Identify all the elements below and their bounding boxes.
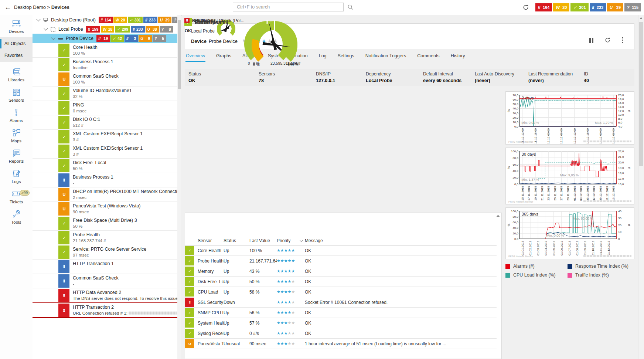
- tree-group-desktop-demo-root-[interactable]: Desktop Demo (Root)!!164W20✓301II233U39?…: [33, 15, 177, 24]
- tree-sensor-item[interactable]: ✓ Volume IO HarddiskVolume1 32 %: [33, 87, 177, 101]
- status-badge[interactable]: U39: [607, 3, 623, 11]
- chevron-down-icon[interactable]: [36, 17, 40, 21]
- breadcrumb-root[interactable]: Desktop Demo: [14, 4, 46, 10]
- cell-priority-stars[interactable]: ★★★★★: [277, 300, 305, 305]
- cell-sensor[interactable]: PaneaVista T...: [194, 341, 224, 346]
- status-badge[interactable]: ?115: [624, 3, 641, 11]
- flag-icon[interactable]: ⚑: [242, 38, 246, 44]
- cell-priority-stars[interactable]: ★★★★★: [277, 258, 305, 263]
- status-badge[interactable]: W18: [101, 26, 114, 33]
- status-badge[interactable]: II233: [143, 17, 157, 23]
- status-badge[interactable]: ✓301: [570, 3, 588, 11]
- tree-sensor-item[interactable]: ✓ Disk IO 0 C:1 512 #: [33, 115, 177, 130]
- refresh-icon[interactable]: [522, 4, 529, 11]
- search-icon[interactable]: [347, 4, 354, 10]
- window-scrollbar[interactable]: [638, 15, 644, 359]
- tab-system-information[interactable]: System Information: [268, 51, 308, 62]
- more-options-button[interactable]: [622, 37, 623, 43]
- tab-overview[interactable]: Overview: [185, 51, 205, 62]
- tree-sensor-item[interactable]: II Business Process 1 -: [33, 173, 177, 187]
- sidebar-item-tickets[interactable]: Tickets >99: [0, 186, 33, 206]
- tree-sensor-item[interactable]: ✓ XML Custom EXE/Script Sensor 1 3 #: [33, 144, 177, 159]
- cell-priority-stars[interactable]: ★★★★★: [277, 279, 305, 284]
- table-row[interactable]: ✓ CPU Load Up 58 % ★★★★★ OK: [185, 287, 497, 297]
- tree-sensor-item[interactable]: ✓ PING 0 msec: [33, 101, 177, 115]
- search-input[interactable]: [236, 4, 340, 10]
- column-header-message[interactable]: Message: [305, 238, 497, 243]
- tree-sensor-item[interactable]: U PaneaVista Test (Windows Vista) 90 mse…: [33, 202, 177, 216]
- tab-settings[interactable]: Settings: [337, 51, 355, 62]
- breadcrumb[interactable]: Desktop Demo > Devices: [14, 4, 69, 10]
- cell-sensor[interactable]: Syslog Recei...: [194, 331, 224, 336]
- tree-sensor-item[interactable]: ✓ Service: PRTG Core Server Service 97 m…: [33, 245, 177, 260]
- sidebar-item-sensors[interactable]: WU Sensors: [0, 84, 33, 104]
- cell-sensor[interactable]: Core Health: [194, 248, 224, 253]
- status-badge[interactable]: ?115: [172, 17, 177, 23]
- tab-comments[interactable]: Comments: [417, 51, 440, 62]
- subnav-item-all-objects[interactable]: All Objects: [0, 38, 33, 50]
- tree-sensor-item[interactable]: ✓ Probe Health 21.168.287.744 #: [33, 231, 177, 245]
- cell-sensor[interactable]: CPU Load: [194, 289, 224, 295]
- cell-priority-stars[interactable]: ★★★★★: [277, 248, 305, 253]
- status-badge[interactable]: U39: [158, 17, 171, 23]
- sidebar-item-devices[interactable]: Devices: [0, 15, 33, 35]
- tree-scrollbar[interactable]: [177, 15, 181, 359]
- status-badge[interactable]: !!164: [99, 17, 113, 23]
- table-row[interactable]: ✓ Syslog Recei... Up 0 #/s ★★★★★ OK: [185, 328, 497, 339]
- status-badge[interactable]: II3: [125, 35, 138, 42]
- window-scrollbar-thumb[interactable]: [639, 22, 643, 166]
- cell-sensor[interactable]: SSL Security ...: [194, 300, 224, 305]
- mini-graph-30days[interactable]: 0,020,040,060,080,0100,015.11.201917.11.…: [505, 148, 634, 204]
- tab-graphs[interactable]: Graphs: [216, 51, 232, 62]
- tree-group-local-probe[interactable]: Local Probe!!159W18✓299II233U38?8: [33, 24, 177, 34]
- priority-sort-chevron-icon[interactable]: [300, 238, 303, 242]
- tree-sensor-item[interactable]: !! HTTP Data Advanced 2 The DNS server d…: [33, 288, 177, 303]
- column-header-status[interactable]: Status: [224, 238, 249, 243]
- tab-log[interactable]: Log: [318, 51, 327, 62]
- sidebar-item-reports[interactable]: Reports: [0, 145, 33, 165]
- cell-sensor[interactable]: Probe Health: [194, 258, 224, 264]
- scroll-up-arrow-icon[interactable]: [640, 17, 643, 19]
- tab-notification-triggers[interactable]: Notification Triggers: [365, 51, 406, 62]
- status-badge[interactable]: U38: [146, 26, 159, 33]
- global-search[interactable]: [233, 3, 344, 11]
- mini-graph-365days[interactable]: 0,020,040,060,080,0100,001.01.201901.02.…: [505, 207, 634, 259]
- tree-scrollbar-thumb[interactable]: [178, 20, 181, 89]
- sidebar-item-maps[interactable]: Maps: [0, 125, 33, 145]
- tree-sensor-item[interactable]: !! HTTP Transaction 2 URL Connection ref…: [33, 303, 177, 318]
- table-row[interactable]: ✓ Core Health Up 100 % ★★★★★ OK: [185, 245, 497, 256]
- column-header-last-value[interactable]: Last Value: [249, 238, 277, 243]
- status-badge[interactable]: W20: [553, 3, 569, 11]
- tree-sensor-item[interactable]: U Common SaaS Check 100 %: [33, 72, 177, 87]
- table-row[interactable]: ✓ System Health Up 57 % ★★★★★ OK: [185, 318, 497, 328]
- cell-priority-stars[interactable]: ★★★★★: [277, 341, 305, 346]
- device-parent-link[interactable]: Local Probe: [191, 28, 215, 34]
- status-badge[interactable]: II233: [131, 26, 144, 33]
- column-header-priority[interactable]: Priority: [277, 238, 305, 243]
- status-badge[interactable]: ?5: [153, 35, 166, 42]
- table-row[interactable]: ✓ Probe Health Up 21.167.771.648 # ★★★★★…: [185, 256, 497, 266]
- tree-sensor-item[interactable]: ✓ Disk Free_Local 50 %: [33, 159, 177, 173]
- status-badge[interactable]: !!19: [96, 35, 110, 42]
- table-scroll-up-icon[interactable]: [496, 215, 500, 217]
- cell-priority-stars[interactable]: ★★★★★: [277, 310, 305, 315]
- subnav-item-favorites[interactable]: Favorites: [0, 50, 33, 61]
- status-badge[interactable]: II233: [590, 3, 606, 11]
- chevron-down-icon[interactable]: [51, 35, 55, 40]
- cell-sensor[interactable]: Memory: [194, 269, 224, 274]
- cell-sensor[interactable]: SNMP CPU L...: [194, 310, 224, 315]
- cell-priority-stars[interactable]: ★★★★★: [277, 321, 305, 325]
- status-badge[interactable]: W20: [113, 17, 127, 23]
- priority-stars[interactable]: ★★★★★: [250, 38, 279, 45]
- table-row[interactable]: U PaneaVista T... Unusual 90 msec ★★★★★ …: [185, 339, 497, 349]
- tree-group-probe-device[interactable]: Probe Device!!19✓42II3U9?5: [33, 34, 177, 43]
- sidebar-item-logs[interactable]: Logs: [0, 165, 33, 186]
- status-badge[interactable]: ✓299: [115, 26, 130, 33]
- table-row[interactable]: ✓ Disk Free_Lo... Up 50 % ★★★★★ OK: [185, 277, 497, 287]
- cell-sensor[interactable]: Disk Free_Lo...: [194, 279, 224, 284]
- status-badge[interactable]: ?8: [160, 26, 173, 33]
- tree-sensor-item[interactable]: ✓ Business Process 1 Inactive: [33, 58, 177, 72]
- pause-button[interactable]: [589, 38, 593, 43]
- tree-sensor-item[interactable]: II HTTP Transaction 1 -: [33, 260, 177, 274]
- mini-graph-2days[interactable]: 0,010,020,030,040,050,060,070,011.12 12:…: [505, 91, 634, 145]
